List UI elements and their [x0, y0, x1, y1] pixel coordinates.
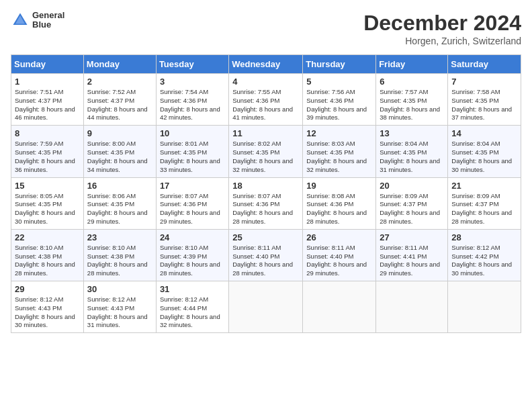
calendar-cell: 26Sunrise: 8:11 AMSunset: 4:40 PMDayligh… — [303, 229, 376, 281]
cell-details: Sunrise: 8:06 AMSunset: 4:35 PMDaylight:… — [87, 192, 152, 226]
weekday-header-thursday: Thursday — [303, 55, 376, 74]
day-number: 10 — [160, 128, 225, 138]
day-number: 4 — [232, 77, 299, 87]
calendar-cell: 31Sunrise: 8:12 AMSunset: 4:44 PMDayligh… — [156, 281, 228, 333]
logo-text: General Blue — [32, 11, 64, 30]
calendar-cell: 12Sunrise: 8:03 AMSunset: 4:35 PMDayligh… — [303, 126, 376, 177]
calendar-week-3: 15Sunrise: 8:05 AMSunset: 4:35 PMDayligh… — [11, 177, 521, 229]
cell-details: Sunrise: 8:10 AMSunset: 4:39 PMDaylight:… — [160, 244, 225, 278]
day-number: 14 — [451, 128, 517, 138]
cell-details: Sunrise: 8:11 AMSunset: 4:40 PMDaylight:… — [232, 244, 299, 278]
day-number: 30 — [87, 284, 152, 294]
day-number: 20 — [380, 181, 444, 191]
calendar-cell: 29Sunrise: 8:12 AMSunset: 4:43 PMDayligh… — [11, 281, 84, 333]
day-number: 25 — [232, 232, 299, 242]
cell-details: Sunrise: 7:56 AMSunset: 4:36 PMDaylight:… — [306, 88, 372, 122]
cell-details: Sunrise: 8:12 AMSunset: 4:44 PMDaylight:… — [160, 295, 225, 330]
calendar-cell: 21Sunrise: 8:09 AMSunset: 4:37 PMDayligh… — [448, 177, 521, 229]
calendar-cell: 19Sunrise: 8:08 AMSunset: 4:36 PMDayligh… — [303, 177, 376, 229]
title-block: December 2024 Horgen, Zurich, Switzerlan… — [363, 11, 521, 46]
logo-line1: General — [32, 11, 64, 20]
calendar-week-4: 22Sunrise: 8:10 AMSunset: 4:38 PMDayligh… — [11, 229, 521, 281]
cell-details: Sunrise: 8:02 AMSunset: 4:35 PMDaylight:… — [232, 140, 299, 174]
day-number: 24 — [160, 232, 225, 242]
calendar-cell: 25Sunrise: 8:11 AMSunset: 4:40 PMDayligh… — [229, 229, 303, 281]
cell-details: Sunrise: 8:04 AMSunset: 4:35 PMDaylight:… — [451, 140, 517, 174]
logo-icon — [11, 11, 30, 30]
day-number: 16 — [87, 181, 152, 191]
cell-details: Sunrise: 7:54 AMSunset: 4:36 PMDaylight:… — [160, 88, 225, 122]
day-number: 6 — [380, 77, 444, 87]
cell-details: Sunrise: 8:10 AMSunset: 4:38 PMDaylight:… — [15, 244, 80, 278]
calendar-table: SundayMondayTuesdayWednesdayThursdayFrid… — [11, 54, 521, 333]
weekday-header-wednesday: Wednesday — [229, 55, 303, 74]
calendar-cell: 30Sunrise: 8:12 AMSunset: 4:43 PMDayligh… — [83, 281, 156, 333]
cell-details: Sunrise: 7:59 AMSunset: 4:35 PMDaylight:… — [15, 140, 80, 174]
logo: General Blue — [11, 11, 64, 30]
day-number: 22 — [15, 232, 80, 242]
day-number: 13 — [380, 128, 444, 138]
day-number: 18 — [232, 181, 299, 191]
calendar-cell — [229, 281, 303, 333]
day-number: 8 — [15, 128, 80, 138]
day-number: 7 — [451, 77, 517, 87]
weekday-header-saturday: Saturday — [448, 55, 521, 74]
day-number: 2 — [87, 77, 152, 87]
day-number: 28 — [451, 232, 517, 242]
day-number: 11 — [232, 128, 299, 138]
cell-details: Sunrise: 8:12 AMSunset: 4:42 PMDaylight:… — [451, 244, 517, 278]
weekday-header-tuesday: Tuesday — [156, 55, 228, 74]
cell-details: Sunrise: 7:58 AMSunset: 4:35 PMDaylight:… — [451, 88, 517, 122]
calendar-cell: 9Sunrise: 8:00 AMSunset: 4:35 PMDaylight… — [83, 126, 156, 177]
day-number: 15 — [15, 181, 80, 191]
page-header: General Blue December 2024 Horgen, Zuric… — [11, 11, 521, 46]
calendar-cell: 23Sunrise: 8:10 AMSunset: 4:38 PMDayligh… — [83, 229, 156, 281]
cell-details: Sunrise: 8:11 AMSunset: 4:40 PMDaylight:… — [306, 244, 372, 278]
calendar-cell: 28Sunrise: 8:12 AMSunset: 4:42 PMDayligh… — [448, 229, 521, 281]
calendar-cell — [448, 281, 521, 333]
weekday-header-monday: Monday — [83, 55, 156, 74]
cell-details: Sunrise: 8:04 AMSunset: 4:35 PMDaylight:… — [380, 140, 444, 174]
calendar-cell: 22Sunrise: 8:10 AMSunset: 4:38 PMDayligh… — [11, 229, 84, 281]
calendar-cell: 3Sunrise: 7:54 AMSunset: 4:36 PMDaylight… — [156, 74, 228, 126]
cell-details: Sunrise: 8:09 AMSunset: 4:37 PMDaylight:… — [451, 192, 517, 226]
cell-details: Sunrise: 8:03 AMSunset: 4:35 PMDaylight:… — [306, 140, 372, 174]
day-number: 1 — [15, 77, 80, 87]
calendar-cell: 16Sunrise: 8:06 AMSunset: 4:35 PMDayligh… — [83, 177, 156, 229]
cell-details: Sunrise: 8:11 AMSunset: 4:41 PMDaylight:… — [380, 244, 444, 278]
cell-details: Sunrise: 7:51 AMSunset: 4:37 PMDaylight:… — [15, 88, 80, 122]
calendar-cell: 14Sunrise: 8:04 AMSunset: 4:35 PMDayligh… — [448, 126, 521, 177]
calendar-cell — [303, 281, 376, 333]
day-number: 9 — [87, 128, 152, 138]
calendar-cell: 20Sunrise: 8:09 AMSunset: 4:37 PMDayligh… — [376, 177, 448, 229]
cell-details: Sunrise: 7:57 AMSunset: 4:35 PMDaylight:… — [380, 88, 444, 122]
cell-details: Sunrise: 8:09 AMSunset: 4:37 PMDaylight:… — [380, 192, 444, 226]
cell-details: Sunrise: 8:12 AMSunset: 4:43 PMDaylight:… — [15, 295, 80, 330]
calendar-week-2: 8Sunrise: 7:59 AMSunset: 4:35 PMDaylight… — [11, 126, 521, 177]
day-number: 29 — [15, 284, 80, 294]
cell-details: Sunrise: 8:01 AMSunset: 4:35 PMDaylight:… — [160, 140, 225, 174]
day-number: 17 — [160, 181, 225, 191]
weekday-header-row: SundayMondayTuesdayWednesdayThursdayFrid… — [11, 55, 521, 74]
cell-details: Sunrise: 8:08 AMSunset: 4:36 PMDaylight:… — [306, 192, 372, 226]
calendar-cell: 15Sunrise: 8:05 AMSunset: 4:35 PMDayligh… — [11, 177, 84, 229]
calendar-week-1: 1Sunrise: 7:51 AMSunset: 4:37 PMDaylight… — [11, 74, 521, 126]
cell-details: Sunrise: 8:05 AMSunset: 4:35 PMDaylight:… — [15, 192, 80, 226]
logo-line2: Blue — [32, 20, 64, 30]
calendar-cell: 8Sunrise: 7:59 AMSunset: 4:35 PMDaylight… — [11, 126, 84, 177]
day-number: 19 — [306, 181, 372, 191]
cell-details: Sunrise: 8:12 AMSunset: 4:43 PMDaylight:… — [87, 295, 152, 330]
day-number: 12 — [306, 128, 372, 138]
month-title: December 2024 — [363, 11, 521, 36]
calendar-cell: 4Sunrise: 7:55 AMSunset: 4:36 PMDaylight… — [229, 74, 303, 126]
cell-details: Sunrise: 8:07 AMSunset: 4:36 PMDaylight:… — [160, 192, 225, 226]
calendar-cell: 18Sunrise: 8:07 AMSunset: 4:36 PMDayligh… — [229, 177, 303, 229]
cell-details: Sunrise: 8:07 AMSunset: 4:36 PMDaylight:… — [232, 192, 299, 226]
day-number: 26 — [306, 232, 372, 242]
calendar-cell: 1Sunrise: 7:51 AMSunset: 4:37 PMDaylight… — [11, 74, 84, 126]
calendar-cell: 6Sunrise: 7:57 AMSunset: 4:35 PMDaylight… — [376, 74, 448, 126]
cell-details: Sunrise: 7:55 AMSunset: 4:36 PMDaylight:… — [232, 88, 299, 122]
calendar-cell: 7Sunrise: 7:58 AMSunset: 4:35 PMDaylight… — [448, 74, 521, 126]
day-number: 21 — [451, 181, 517, 191]
calendar-cell: 17Sunrise: 8:07 AMSunset: 4:36 PMDayligh… — [156, 177, 228, 229]
